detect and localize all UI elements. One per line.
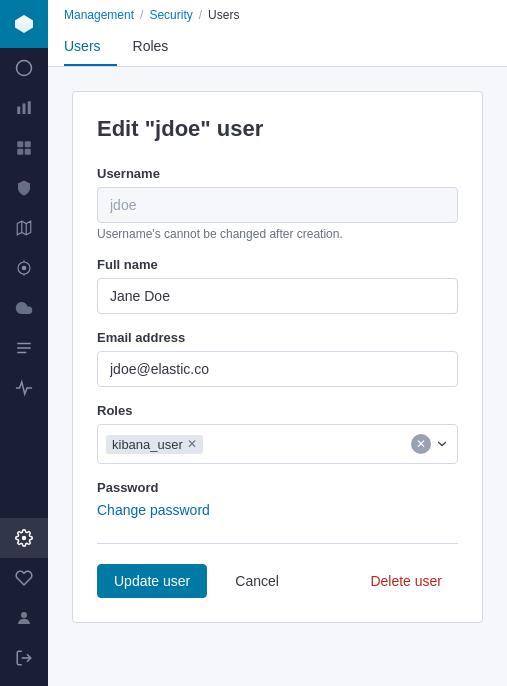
username-label: Username	[97, 166, 458, 181]
sidebar-logo[interactable]	[0, 0, 48, 48]
roles-label: Roles	[97, 403, 458, 418]
password-group: Password Change password	[97, 480, 458, 519]
edit-user-card: Edit "jdoe" user Username Username's can…	[72, 91, 483, 623]
fullname-label: Full name	[97, 257, 458, 272]
email-group: Email address	[97, 330, 458, 387]
cancel-button[interactable]: Cancel	[219, 565, 295, 597]
sidebar	[0, 0, 48, 686]
svg-point-18	[21, 612, 27, 618]
page-title: Edit "jdoe" user	[97, 116, 458, 142]
dashboard-icon[interactable]	[0, 128, 48, 168]
integration-icon[interactable]	[0, 248, 48, 288]
svg-point-0	[17, 61, 32, 76]
user-avatar-icon[interactable]	[0, 598, 48, 638]
breadcrumb-current: Users	[208, 8, 239, 22]
signout-icon[interactable]	[0, 638, 48, 678]
top-navigation: Management / Security / Users Users Role…	[48, 0, 507, 67]
role-badge-label: kibana_user	[112, 437, 183, 452]
roles-clear-icon[interactable]: ✕	[411, 434, 431, 454]
role-badge-kibana-user: kibana_user ✕	[106, 435, 203, 454]
roles-controls: ✕	[411, 434, 449, 454]
svg-rect-8	[25, 149, 31, 155]
breadcrumb-sep-1: /	[140, 8, 143, 22]
update-user-button[interactable]: Update user	[97, 564, 207, 598]
management-gear-icon[interactable]	[0, 518, 48, 558]
svg-rect-7	[17, 149, 23, 155]
form-actions: Update user Cancel Delete user	[97, 564, 458, 598]
maps-icon[interactable]	[0, 208, 48, 248]
email-label: Email address	[97, 330, 458, 345]
health-icon[interactable]	[0, 558, 48, 598]
fullname-group: Full name	[97, 257, 458, 314]
role-badge-remove[interactable]: ✕	[187, 438, 197, 450]
tabs: Users Roles	[64, 30, 491, 66]
change-password-link[interactable]: Change password	[97, 502, 210, 518]
svg-rect-5	[17, 141, 23, 147]
form-divider	[97, 543, 458, 544]
fullname-input[interactable]	[97, 278, 458, 314]
shield-icon[interactable]	[0, 168, 48, 208]
visualize-icon[interactable]	[0, 88, 48, 128]
logs-icon[interactable]	[0, 328, 48, 368]
svg-rect-2	[17, 107, 20, 115]
breadcrumb-sep-2: /	[199, 8, 202, 22]
cloud-icon[interactable]	[0, 288, 48, 328]
username-hint: Username's cannot be changed after creat…	[97, 227, 458, 241]
svg-rect-3	[23, 104, 26, 115]
tab-roles[interactable]: Roles	[133, 30, 185, 66]
breadcrumb-management[interactable]: Management	[64, 8, 134, 22]
password-label: Password	[97, 480, 458, 495]
username-group: Username Username's cannot be changed af…	[97, 166, 458, 241]
breadcrumb-security[interactable]: Security	[149, 8, 192, 22]
breadcrumb: Management / Security / Users	[64, 0, 491, 26]
svg-rect-6	[25, 141, 31, 147]
email-input[interactable]	[97, 351, 458, 387]
page-content: Edit "jdoe" user Username Username's can…	[48, 67, 507, 686]
apm-icon[interactable]	[0, 368, 48, 408]
delete-user-button[interactable]: Delete user	[354, 565, 458, 597]
svg-rect-4	[28, 101, 31, 114]
roles-input[interactable]: kibana_user ✕ ✕	[97, 424, 458, 464]
username-input[interactable]	[97, 187, 458, 223]
svg-point-11	[22, 266, 27, 271]
roles-group: Roles kibana_user ✕ ✕	[97, 403, 458, 464]
compass-icon[interactable]	[0, 48, 48, 88]
roles-dropdown-icon[interactable]	[435, 437, 449, 451]
main-content: Management / Security / Users Users Role…	[48, 0, 507, 686]
tab-users[interactable]: Users	[64, 30, 117, 66]
svg-marker-1	[21, 65, 27, 71]
